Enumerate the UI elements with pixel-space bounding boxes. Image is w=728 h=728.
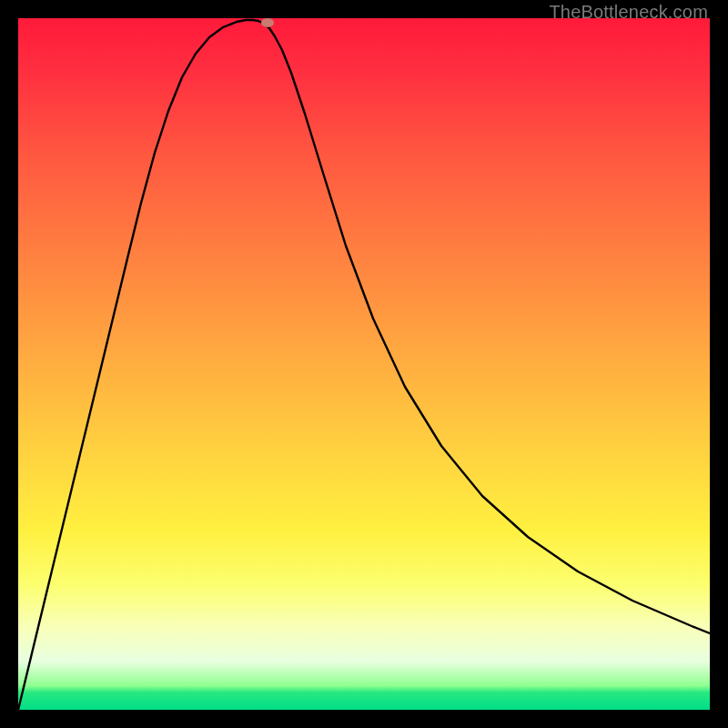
optimal-point-marker (261, 18, 274, 27)
watermark-text: TheBottleneck.com (549, 2, 708, 23)
chart-curve-svg (18, 18, 710, 710)
bottleneck-curve (18, 20, 710, 710)
